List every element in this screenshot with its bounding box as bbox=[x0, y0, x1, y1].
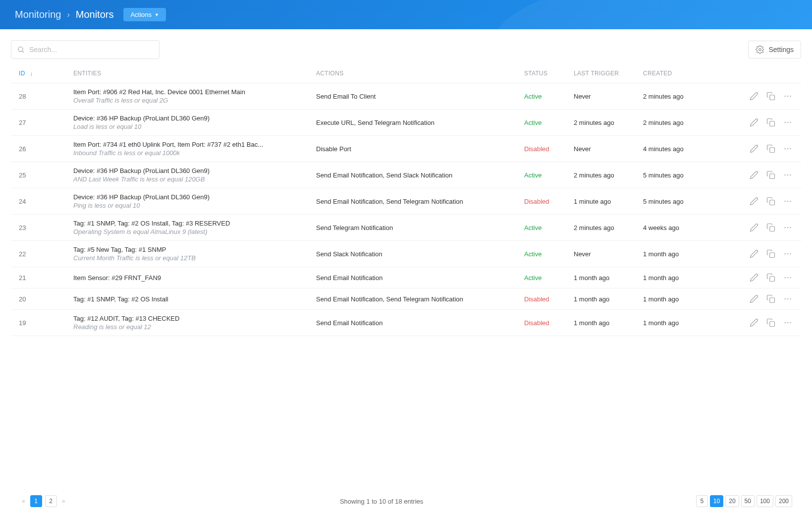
table-row[interactable]: 21 Item Sensor: #29 FRNT_FAN9 Send Email… bbox=[11, 267, 801, 288]
cell-created: 1 month ago bbox=[643, 250, 712, 258]
table-row[interactable]: 28 Item Port: #906 #2 Red Hat, Inc. Devi… bbox=[11, 83, 801, 110]
search-input[interactable] bbox=[11, 40, 160, 59]
settings-button[interactable]: Settings bbox=[748, 41, 801, 58]
page-prev-double-icon[interactable]: « bbox=[20, 498, 27, 505]
cell-actions: Send Email Notification bbox=[316, 319, 524, 327]
cell-last-trigger: 2 minutes ago bbox=[574, 172, 643, 179]
edit-icon[interactable] bbox=[749, 170, 759, 180]
edit-icon[interactable] bbox=[749, 222, 759, 233]
page-button[interactable]: 1 bbox=[30, 495, 42, 507]
copy-icon[interactable] bbox=[765, 91, 776, 102]
cell-status: Active bbox=[524, 172, 574, 179]
more-icon[interactable] bbox=[782, 117, 793, 128]
cell-id: 26 bbox=[19, 145, 73, 153]
page-size-button[interactable]: 5 bbox=[696, 495, 708, 507]
column-header-id[interactable]: ID ↓ bbox=[19, 70, 73, 77]
more-icon[interactable] bbox=[782, 293, 793, 304]
edit-icon[interactable] bbox=[749, 293, 759, 304]
cell-id: 23 bbox=[19, 224, 73, 231]
cell-last-trigger: 2 minutes ago bbox=[574, 119, 643, 126]
page-size-button[interactable]: 50 bbox=[741, 495, 755, 507]
actions-dropdown-button[interactable]: Actions ▼ bbox=[123, 8, 166, 21]
table-row[interactable]: 25 Device: #36 HP Backup (ProLiant DL360… bbox=[11, 162, 801, 188]
cell-entities: Tag: #5 New Tag, Tag: #1 SNMP Current Mo… bbox=[73, 246, 316, 262]
page-size-button[interactable]: 100 bbox=[757, 495, 773, 507]
more-icon[interactable] bbox=[782, 170, 793, 180]
copy-icon[interactable] bbox=[765, 248, 776, 259]
edit-icon[interactable] bbox=[749, 117, 759, 128]
page-size-button[interactable]: 10 bbox=[710, 495, 723, 507]
copy-icon[interactable] bbox=[765, 272, 776, 283]
cell-status: Active bbox=[524, 274, 574, 282]
table-row[interactable]: 27 Device: #36 HP Backup (ProLiant DL360… bbox=[11, 110, 801, 136]
more-icon[interactable] bbox=[782, 248, 793, 259]
cell-entities: Device: #36 HP Backup (ProLiant DL360 Ge… bbox=[73, 115, 316, 130]
table-row[interactable]: 24 Device: #36 HP Backup (ProLiant DL360… bbox=[11, 188, 801, 215]
cell-last-trigger: 1 minute ago bbox=[574, 198, 643, 205]
cell-last-trigger: Never bbox=[574, 93, 643, 100]
gear-icon bbox=[756, 45, 764, 54]
cell-last-trigger: 1 month ago bbox=[574, 319, 643, 327]
edit-icon[interactable] bbox=[749, 248, 759, 259]
edit-icon[interactable] bbox=[749, 196, 759, 207]
table-row[interactable]: 19 Tag: #12 AUDIT, Tag: #13 CHECKED Read… bbox=[11, 310, 801, 336]
column-header-created[interactable]: CREATED bbox=[643, 70, 712, 77]
search-box bbox=[11, 40, 160, 59]
copy-icon[interactable] bbox=[765, 222, 776, 233]
page-button[interactable]: 2 bbox=[45, 495, 57, 507]
page-size-button[interactable]: 200 bbox=[775, 495, 792, 507]
cell-actions: Send Email Notification bbox=[316, 274, 524, 282]
cell-created: 4 minutes ago bbox=[643, 145, 712, 153]
cell-actions: Execute URL, Send Telegram Notification bbox=[316, 119, 524, 126]
more-icon[interactable] bbox=[782, 272, 793, 283]
cell-entities: Device: #36 HP Backup (ProLiant DL360 Ge… bbox=[73, 167, 316, 183]
cell-actions: Send Telegram Notification bbox=[316, 224, 524, 231]
entity-primary: Tag: #12 AUDIT, Tag: #13 CHECKED bbox=[73, 315, 316, 322]
page-next-double-icon[interactable]: » bbox=[60, 498, 67, 505]
cell-actions: Send Slack Notification bbox=[316, 250, 524, 258]
page-size-button[interactable]: 20 bbox=[725, 495, 739, 507]
cell-created: 4 weeks ago bbox=[643, 224, 712, 231]
cell-entities: Item Port: #906 #2 Red Hat, Inc. Device … bbox=[73, 88, 316, 104]
more-icon[interactable] bbox=[782, 196, 793, 207]
more-icon[interactable] bbox=[782, 317, 793, 328]
cell-created: 2 minutes ago bbox=[643, 93, 712, 100]
column-header-spacer bbox=[712, 70, 793, 77]
column-header-status[interactable]: STATUS bbox=[524, 70, 574, 77]
copy-icon[interactable] bbox=[765, 293, 776, 304]
cell-created: 5 minutes ago bbox=[643, 172, 712, 179]
edit-icon[interactable] bbox=[749, 317, 759, 328]
copy-icon[interactable] bbox=[765, 196, 776, 207]
column-header-entities[interactable]: ENTITIES bbox=[73, 70, 316, 77]
table-row[interactable]: 23 Tag: #1 SNMP, Tag: #2 OS Install, Tag… bbox=[11, 215, 801, 241]
more-icon[interactable] bbox=[782, 222, 793, 233]
copy-icon[interactable] bbox=[765, 170, 776, 180]
cell-status: Disabled bbox=[524, 198, 574, 205]
table-row[interactable]: 20 Tag: #1 SNMP, Tag: #2 OS Install Send… bbox=[11, 288, 801, 310]
more-icon[interactable] bbox=[782, 91, 793, 102]
column-header-actions[interactable]: ACTIONS bbox=[316, 70, 524, 77]
row-actions bbox=[712, 91, 793, 102]
entity-primary: Device: #36 HP Backup (ProLiant DL360 Ge… bbox=[73, 115, 316, 122]
cell-entities: Device: #36 HP Backup (ProLiant DL360 Ge… bbox=[73, 193, 316, 209]
copy-icon[interactable] bbox=[765, 317, 776, 328]
row-actions bbox=[712, 293, 793, 304]
cell-entities: Tag: #1 SNMP, Tag: #2 OS Install, Tag: #… bbox=[73, 220, 316, 235]
copy-icon[interactable] bbox=[765, 117, 776, 128]
entity-primary: Item Port: #906 #2 Red Hat, Inc. Device … bbox=[73, 88, 316, 96]
more-icon[interactable] bbox=[782, 143, 793, 154]
table-row[interactable]: 26 Item Port: #734 #1 eth0 Uplink Port, … bbox=[11, 136, 801, 162]
table-row[interactable]: 22 Tag: #5 New Tag, Tag: #1 SNMP Current… bbox=[11, 241, 801, 267]
edit-icon[interactable] bbox=[749, 91, 759, 102]
row-actions bbox=[712, 143, 793, 154]
edit-icon[interactable] bbox=[749, 143, 759, 154]
cell-id: 20 bbox=[19, 295, 73, 303]
breadcrumb-root[interactable]: Monitoring bbox=[15, 9, 61, 20]
copy-icon[interactable] bbox=[765, 143, 776, 154]
edit-icon[interactable] bbox=[749, 272, 759, 283]
cell-id: 24 bbox=[19, 198, 73, 205]
cell-last-trigger: 1 month ago bbox=[574, 295, 643, 303]
column-header-last-trigger[interactable]: LAST TRIGGER bbox=[574, 70, 643, 77]
entity-primary: Device: #36 HP Backup (ProLiant DL360 Ge… bbox=[73, 193, 316, 201]
cell-actions: Send Email Notification, Send Telegram N… bbox=[316, 295, 524, 303]
